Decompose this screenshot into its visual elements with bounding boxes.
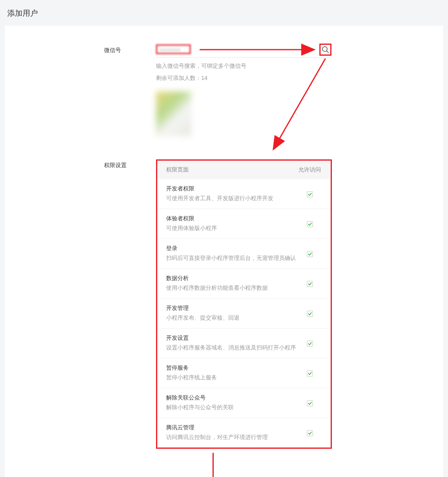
permissions-body: 开发者权限可使用开发者工具、开发版进行小程序开发体验者权限可使用体验版小程序登录… bbox=[157, 179, 331, 448]
perm-row: 开发管理小程序发布、提交审核、回退 bbox=[157, 299, 331, 328]
main-card: 微信号 xxxxxxxx 输入微信号搜索，可绑定多个微信号 剩余可添加人数：14 bbox=[5, 26, 443, 477]
perm-check-wrap bbox=[298, 340, 322, 347]
perm-check-wrap bbox=[298, 250, 322, 257]
perm-desc: 设置小程序服务器域名、消息推送及扫码打开小程序 bbox=[166, 344, 298, 351]
perm-checkbox[interactable] bbox=[307, 311, 313, 317]
perm-text: 腾讯云管理访问腾讯云控制台，对生产环境进行管理 bbox=[166, 424, 298, 441]
perm-check-wrap bbox=[298, 400, 322, 406]
permissions-label: 权限设置 bbox=[5, 159, 156, 169]
perm-checkbox[interactable] bbox=[307, 341, 313, 347]
search-hint-1: 输入微信号搜索，可绑定多个微信号 bbox=[156, 63, 443, 70]
perm-title: 暂停服务 bbox=[166, 364, 298, 372]
svg-line-1 bbox=[327, 51, 329, 53]
perm-desc: 暂停小程序线上服务 bbox=[166, 374, 298, 381]
wechat-row: 微信号 xxxxxxxx 输入微信号搜索，可绑定多个微信号 剩余可添加人数：14 bbox=[5, 44, 443, 136]
permissions-panel: 权限页面 允许访问 开发者权限可使用开发者工具、开发版进行小程序开发体验者权限可… bbox=[156, 159, 332, 449]
remaining-count: 14 bbox=[201, 75, 208, 81]
perm-title: 解除关联公众号 bbox=[166, 394, 298, 402]
check-icon bbox=[308, 282, 312, 286]
perm-text: 解除关联公众号解除小程序与公众号的关联 bbox=[166, 394, 298, 411]
perm-title: 登录 bbox=[166, 245, 298, 252]
wechat-content: xxxxxxxx 输入微信号搜索，可绑定多个微信号 剩余可添加人数：14 bbox=[156, 44, 443, 136]
page-title: 添加用户 bbox=[0, 0, 448, 26]
perm-check-wrap bbox=[298, 280, 322, 287]
check-icon bbox=[308, 192, 312, 197]
perm-checkbox[interactable] bbox=[307, 281, 313, 287]
perm-text: 暂停服务暂停小程序线上服务 bbox=[166, 364, 298, 381]
perm-row: 腾讯云管理访问腾讯云控制台，对生产环境进行管理 bbox=[157, 418, 331, 448]
perm-row: 解除关联公众号解除小程序与公众号的关联 bbox=[157, 388, 331, 418]
perm-title: 体验者权限 bbox=[166, 215, 298, 222]
avatar bbox=[156, 92, 192, 136]
perm-desc: 解除小程序与公众号的关联 bbox=[166, 404, 298, 411]
check-icon bbox=[308, 431, 312, 435]
check-icon bbox=[308, 252, 312, 256]
perm-checkbox[interactable] bbox=[307, 251, 313, 257]
perm-desc: 可使用体验版小程序 bbox=[166, 225, 298, 232]
perm-desc: 扫码后可直接登录小程序管理后台，无需管理员确认 bbox=[166, 255, 298, 262]
perm-row: 体验者权限可使用体验版小程序 bbox=[157, 209, 331, 239]
check-icon bbox=[308, 222, 312, 226]
perm-row: 数据分析使用小程序数据分析功能查看小程序数据 bbox=[157, 269, 331, 299]
wechat-label: 微信号 bbox=[5, 44, 156, 54]
perm-title: 开发者权限 bbox=[166, 185, 298, 192]
perm-text: 数据分析使用小程序数据分析功能查看小程序数据 bbox=[166, 275, 298, 292]
perm-checkbox[interactable] bbox=[307, 221, 313, 227]
perm-row: 开发者权限可使用开发者工具、开发版进行小程序开发 bbox=[157, 179, 331, 209]
perm-row: 开发设置设置小程序服务器域名、消息推送及扫码打开小程序 bbox=[157, 328, 331, 358]
perm-desc: 小程序发布、提交审核、回退 bbox=[166, 314, 298, 322]
perm-title: 开发管理 bbox=[166, 305, 298, 312]
perm-row: 暂停服务暂停小程序线上服务 bbox=[157, 358, 331, 388]
svg-line-3 bbox=[274, 59, 325, 149]
perm-check-wrap bbox=[298, 310, 322, 317]
perm-checkbox[interactable] bbox=[307, 430, 313, 436]
perm-desc: 访问腾讯云控制台，对生产环境进行管理 bbox=[166, 434, 298, 441]
perm-title: 腾讯云管理 bbox=[166, 424, 298, 431]
perm-check-wrap bbox=[298, 429, 322, 436]
search-icon bbox=[321, 46, 329, 54]
check-icon bbox=[308, 341, 312, 346]
perm-text: 开发设置设置小程序服务器域名、消息推送及扫码打开小程序 bbox=[166, 335, 298, 351]
perm-header-allow: 允许访问 bbox=[298, 166, 322, 174]
perm-row: 登录扫码后可直接登录小程序管理后台，无需管理员确认 bbox=[157, 239, 331, 269]
perm-title: 开发设置 bbox=[166, 335, 298, 342]
search-wrap: xxxxxxxx bbox=[156, 44, 331, 58]
perm-check-wrap bbox=[298, 190, 322, 197]
permissions-content: 权限页面 允许访问 开发者权限可使用开发者工具、开发版进行小程序开发体验者权限可… bbox=[156, 159, 443, 449]
perm-checkbox[interactable] bbox=[307, 191, 313, 197]
perm-checkbox[interactable] bbox=[307, 370, 313, 377]
search-button[interactable] bbox=[319, 44, 331, 56]
remaining-label: 剩余可添加人数： bbox=[156, 75, 201, 81]
check-icon bbox=[308, 371, 312, 376]
perm-check-wrap bbox=[298, 220, 322, 227]
perm-text: 体验者权限可使用体验版小程序 bbox=[166, 215, 298, 232]
permissions-header: 权限页面 允许访问 bbox=[157, 161, 331, 179]
annotation-arrow-2 bbox=[269, 56, 333, 153]
perm-check-wrap bbox=[298, 370, 322, 377]
check-icon bbox=[308, 401, 312, 406]
perm-checkbox[interactable] bbox=[307, 400, 313, 406]
check-icon bbox=[308, 312, 312, 316]
perm-header-page: 权限页面 bbox=[166, 166, 298, 174]
perm-text: 登录扫码后可直接登录小程序管理后台，无需管理员确认 bbox=[166, 245, 298, 262]
search-hint-2: 剩余可添加人数：14 bbox=[156, 75, 443, 82]
perm-desc: 可使用开发者工具、开发版进行小程序开发 bbox=[166, 195, 298, 202]
wechat-input[interactable]: xxxxxxxx bbox=[156, 44, 191, 54]
perm-desc: 使用小程序数据分析功能查看小程序数据 bbox=[166, 285, 298, 292]
permissions-row: 权限设置 权限页面 允许访问 开发者权限可使用开发者工具、开发版进行小程序开发体… bbox=[5, 159, 443, 449]
perm-title: 数据分析 bbox=[166, 275, 298, 282]
annotation-bar-bottom bbox=[213, 453, 214, 477]
perm-text: 开发管理小程序发布、提交审核、回退 bbox=[166, 305, 298, 322]
perm-text: 开发者权限可使用开发者工具、开发版进行小程序开发 bbox=[166, 185, 298, 202]
